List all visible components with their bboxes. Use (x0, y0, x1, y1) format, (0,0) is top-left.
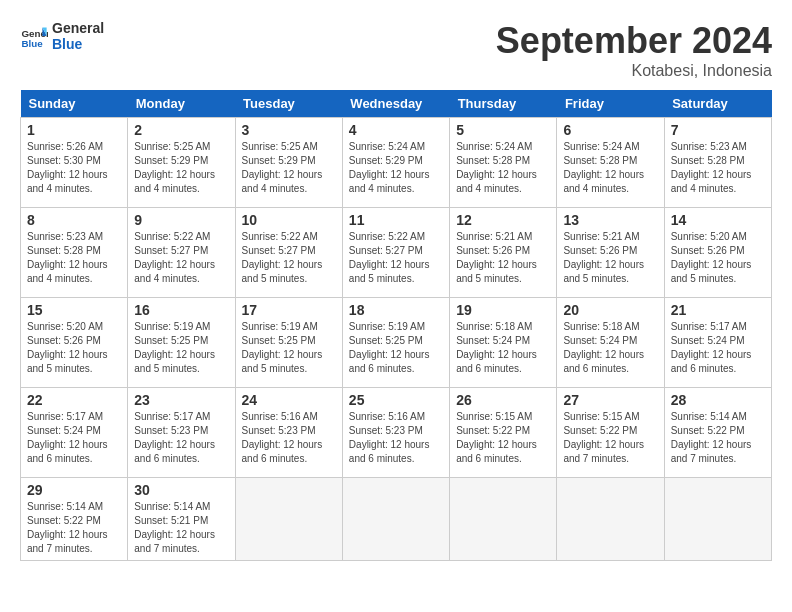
day-number-23: 23 (134, 392, 228, 408)
svg-text:Blue: Blue (21, 38, 43, 49)
calendar-day-7: 7Sunrise: 5:23 AM Sunset: 5:28 PM Daylig… (664, 118, 771, 208)
day-number-5: 5 (456, 122, 550, 138)
calendar-week-4: 22Sunrise: 5:17 AM Sunset: 5:24 PM Dayli… (21, 388, 772, 478)
day-number-11: 11 (349, 212, 443, 228)
calendar-table: SundayMondayTuesdayWednesdayThursdayFrid… (20, 90, 772, 561)
day-info-21: Sunrise: 5:17 AM Sunset: 5:24 PM Dayligh… (671, 320, 765, 376)
calendar-day-9: 9Sunrise: 5:22 AM Sunset: 5:27 PM Daylig… (128, 208, 235, 298)
day-info-8: Sunrise: 5:23 AM Sunset: 5:28 PM Dayligh… (27, 230, 121, 286)
day-info-26: Sunrise: 5:15 AM Sunset: 5:22 PM Dayligh… (456, 410, 550, 466)
day-number-1: 1 (27, 122, 121, 138)
day-info-29: Sunrise: 5:14 AM Sunset: 5:22 PM Dayligh… (27, 500, 121, 556)
calendar-day-13: 13Sunrise: 5:21 AM Sunset: 5:26 PM Dayli… (557, 208, 664, 298)
day-number-13: 13 (563, 212, 657, 228)
empty-cell (557, 478, 664, 561)
day-number-19: 19 (456, 302, 550, 318)
day-info-1: Sunrise: 5:26 AM Sunset: 5:30 PM Dayligh… (27, 140, 121, 196)
empty-cell (342, 478, 449, 561)
calendar-day-24: 24Sunrise: 5:16 AM Sunset: 5:23 PM Dayli… (235, 388, 342, 478)
day-info-16: Sunrise: 5:19 AM Sunset: 5:25 PM Dayligh… (134, 320, 228, 376)
day-info-3: Sunrise: 5:25 AM Sunset: 5:29 PM Dayligh… (242, 140, 336, 196)
empty-cell (235, 478, 342, 561)
calendar-day-12: 12Sunrise: 5:21 AM Sunset: 5:26 PM Dayli… (450, 208, 557, 298)
day-number-8: 8 (27, 212, 121, 228)
calendar-day-23: 23Sunrise: 5:17 AM Sunset: 5:23 PM Dayli… (128, 388, 235, 478)
day-number-7: 7 (671, 122, 765, 138)
day-number-15: 15 (27, 302, 121, 318)
calendar-day-10: 10Sunrise: 5:22 AM Sunset: 5:27 PM Dayli… (235, 208, 342, 298)
day-number-3: 3 (242, 122, 336, 138)
day-number-9: 9 (134, 212, 228, 228)
day-number-24: 24 (242, 392, 336, 408)
day-number-6: 6 (563, 122, 657, 138)
day-info-30: Sunrise: 5:14 AM Sunset: 5:21 PM Dayligh… (134, 500, 228, 556)
day-info-11: Sunrise: 5:22 AM Sunset: 5:27 PM Dayligh… (349, 230, 443, 286)
calendar-day-11: 11Sunrise: 5:22 AM Sunset: 5:27 PM Dayli… (342, 208, 449, 298)
day-info-4: Sunrise: 5:24 AM Sunset: 5:29 PM Dayligh… (349, 140, 443, 196)
day-number-17: 17 (242, 302, 336, 318)
weekday-header-saturday: Saturday (664, 90, 771, 118)
weekday-header-wednesday: Wednesday (342, 90, 449, 118)
calendar-day-20: 20Sunrise: 5:18 AM Sunset: 5:24 PM Dayli… (557, 298, 664, 388)
calendar-day-3: 3Sunrise: 5:25 AM Sunset: 5:29 PM Daylig… (235, 118, 342, 208)
logo-general: General (52, 20, 104, 36)
day-info-7: Sunrise: 5:23 AM Sunset: 5:28 PM Dayligh… (671, 140, 765, 196)
day-number-14: 14 (671, 212, 765, 228)
weekday-header-tuesday: Tuesday (235, 90, 342, 118)
calendar-week-5: 29Sunrise: 5:14 AM Sunset: 5:22 PM Dayli… (21, 478, 772, 561)
title-area: September 2024 Kotabesi, Indonesia (496, 20, 772, 80)
day-number-27: 27 (563, 392, 657, 408)
day-info-14: Sunrise: 5:20 AM Sunset: 5:26 PM Dayligh… (671, 230, 765, 286)
calendar-day-25: 25Sunrise: 5:16 AM Sunset: 5:23 PM Dayli… (342, 388, 449, 478)
day-number-30: 30 (134, 482, 228, 498)
calendar-week-3: 15Sunrise: 5:20 AM Sunset: 5:26 PM Dayli… (21, 298, 772, 388)
day-info-22: Sunrise: 5:17 AM Sunset: 5:24 PM Dayligh… (27, 410, 121, 466)
day-info-12: Sunrise: 5:21 AM Sunset: 5:26 PM Dayligh… (456, 230, 550, 286)
day-info-20: Sunrise: 5:18 AM Sunset: 5:24 PM Dayligh… (563, 320, 657, 376)
calendar-day-28: 28Sunrise: 5:14 AM Sunset: 5:22 PM Dayli… (664, 388, 771, 478)
weekday-header-sunday: Sunday (21, 90, 128, 118)
day-number-25: 25 (349, 392, 443, 408)
day-number-21: 21 (671, 302, 765, 318)
weekday-header-thursday: Thursday (450, 90, 557, 118)
calendar-day-6: 6Sunrise: 5:24 AM Sunset: 5:28 PM Daylig… (557, 118, 664, 208)
day-info-25: Sunrise: 5:16 AM Sunset: 5:23 PM Dayligh… (349, 410, 443, 466)
month-title: September 2024 (496, 20, 772, 62)
calendar-day-16: 16Sunrise: 5:19 AM Sunset: 5:25 PM Dayli… (128, 298, 235, 388)
day-info-23: Sunrise: 5:17 AM Sunset: 5:23 PM Dayligh… (134, 410, 228, 466)
calendar-day-1: 1Sunrise: 5:26 AM Sunset: 5:30 PM Daylig… (21, 118, 128, 208)
calendar-week-1: 1Sunrise: 5:26 AM Sunset: 5:30 PM Daylig… (21, 118, 772, 208)
day-info-19: Sunrise: 5:18 AM Sunset: 5:24 PM Dayligh… (456, 320, 550, 376)
day-info-24: Sunrise: 5:16 AM Sunset: 5:23 PM Dayligh… (242, 410, 336, 466)
day-info-10: Sunrise: 5:22 AM Sunset: 5:27 PM Dayligh… (242, 230, 336, 286)
day-number-28: 28 (671, 392, 765, 408)
logo: General Blue General Blue (20, 20, 104, 52)
day-number-10: 10 (242, 212, 336, 228)
logo-icon: General Blue (20, 22, 48, 50)
day-info-9: Sunrise: 5:22 AM Sunset: 5:27 PM Dayligh… (134, 230, 228, 286)
day-info-28: Sunrise: 5:14 AM Sunset: 5:22 PM Dayligh… (671, 410, 765, 466)
calendar-day-17: 17Sunrise: 5:19 AM Sunset: 5:25 PM Dayli… (235, 298, 342, 388)
location-title: Kotabesi, Indonesia (496, 62, 772, 80)
day-info-6: Sunrise: 5:24 AM Sunset: 5:28 PM Dayligh… (563, 140, 657, 196)
calendar-day-27: 27Sunrise: 5:15 AM Sunset: 5:22 PM Dayli… (557, 388, 664, 478)
day-number-26: 26 (456, 392, 550, 408)
day-info-2: Sunrise: 5:25 AM Sunset: 5:29 PM Dayligh… (134, 140, 228, 196)
day-info-27: Sunrise: 5:15 AM Sunset: 5:22 PM Dayligh… (563, 410, 657, 466)
day-number-29: 29 (27, 482, 121, 498)
day-info-18: Sunrise: 5:19 AM Sunset: 5:25 PM Dayligh… (349, 320, 443, 376)
empty-cell (450, 478, 557, 561)
calendar-week-2: 8Sunrise: 5:23 AM Sunset: 5:28 PM Daylig… (21, 208, 772, 298)
calendar-day-18: 18Sunrise: 5:19 AM Sunset: 5:25 PM Dayli… (342, 298, 449, 388)
calendar-day-5: 5Sunrise: 5:24 AM Sunset: 5:28 PM Daylig… (450, 118, 557, 208)
calendar-day-19: 19Sunrise: 5:18 AM Sunset: 5:24 PM Dayli… (450, 298, 557, 388)
calendar-day-30: 30Sunrise: 5:14 AM Sunset: 5:21 PM Dayli… (128, 478, 235, 561)
weekday-header-monday: Monday (128, 90, 235, 118)
day-info-5: Sunrise: 5:24 AM Sunset: 5:28 PM Dayligh… (456, 140, 550, 196)
weekday-header-friday: Friday (557, 90, 664, 118)
calendar-day-4: 4Sunrise: 5:24 AM Sunset: 5:29 PM Daylig… (342, 118, 449, 208)
day-number-12: 12 (456, 212, 550, 228)
day-number-2: 2 (134, 122, 228, 138)
day-number-22: 22 (27, 392, 121, 408)
logo-blue: Blue (52, 36, 104, 52)
